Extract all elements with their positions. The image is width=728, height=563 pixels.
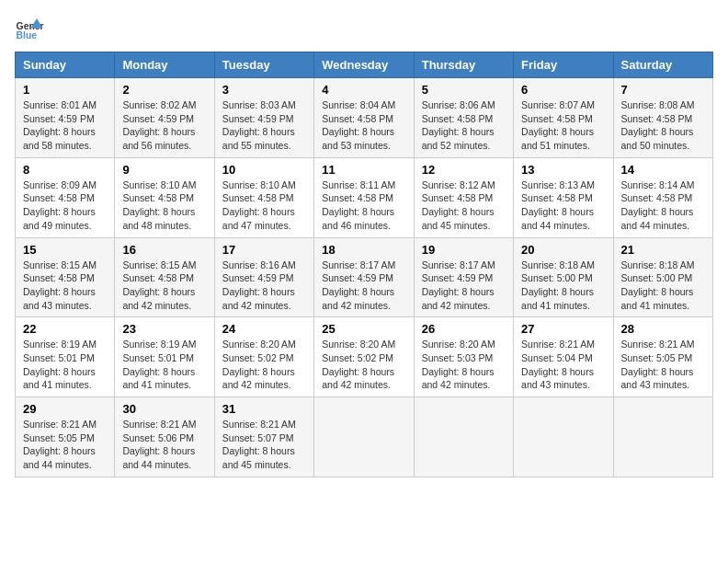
calendar-cell: 10Sunrise: 8:10 AMSunset: 4:58 PMDayligh…: [214, 157, 313, 237]
calendar-cell: 5Sunrise: 8:06 AMSunset: 4:58 PMDaylight…: [414, 78, 513, 158]
day-number: 7: [621, 83, 705, 97]
day-info: Sunrise: 8:20 AMSunset: 5:03 PMDaylight:…: [422, 339, 495, 390]
day-info: Sunrise: 8:06 AMSunset: 4:58 PMDaylight:…: [422, 99, 495, 151]
day-number: 22: [23, 322, 107, 336]
day-info: Sunrise: 8:02 AMSunset: 4:59 PMDaylight:…: [122, 99, 196, 151]
calendar-cell: 21Sunrise: 8:18 AMSunset: 5:00 PMDayligh…: [613, 237, 712, 317]
column-header-wednesday: Wednesday: [314, 52, 414, 78]
day-number: 14: [621, 163, 705, 177]
day-number: 4: [322, 83, 405, 97]
svg-text:Blue: Blue: [17, 30, 38, 40]
calendar-cell: 18Sunrise: 8:17 AMSunset: 4:59 PMDayligh…: [314, 237, 414, 317]
calendar-cell: 19Sunrise: 8:17 AMSunset: 4:59 PMDayligh…: [414, 237, 513, 317]
calendar-cell: 22Sunrise: 8:19 AMSunset: 5:01 PMDayligh…: [16, 317, 115, 397]
calendar-cell: 2Sunrise: 8:02 AMSunset: 4:59 PMDaylight…: [115, 78, 214, 158]
day-info: Sunrise: 8:16 AMSunset: 4:59 PMDaylight:…: [222, 259, 296, 311]
day-number: 30: [122, 402, 206, 416]
day-number: 5: [422, 83, 506, 97]
calendar-cell: 29Sunrise: 8:21 AMSunset: 5:05 PMDayligh…: [16, 397, 115, 477]
calendar-cell: 30Sunrise: 8:21 AMSunset: 5:06 PMDayligh…: [115, 397, 214, 477]
day-info: Sunrise: 8:04 AMSunset: 4:58 PMDaylight:…: [322, 99, 395, 151]
day-info: Sunrise: 8:12 AMSunset: 4:58 PMDaylight:…: [422, 179, 495, 231]
calendar-cell: [514, 397, 613, 477]
column-header-thursday: Thursday: [414, 52, 513, 78]
day-info: Sunrise: 8:15 AMSunset: 4:58 PMDaylight:…: [23, 259, 97, 311]
calendar-cell: 14Sunrise: 8:14 AMSunset: 4:58 PMDayligh…: [613, 157, 712, 237]
calendar-cell: [613, 397, 712, 477]
header: General Blue: [15, 15, 713, 44]
column-header-sunday: Sunday: [16, 52, 115, 78]
day-number: 19: [422, 243, 506, 257]
day-info: Sunrise: 8:20 AMSunset: 5:02 PMDaylight:…: [322, 339, 395, 390]
day-number: 1: [23, 83, 107, 97]
day-info: Sunrise: 8:09 AMSunset: 4:58 PMDaylight:…: [23, 179, 97, 231]
day-number: 29: [23, 402, 107, 416]
day-info: Sunrise: 8:21 AMSunset: 5:06 PMDaylight:…: [122, 419, 196, 470]
day-number: 10: [222, 163, 306, 177]
week-row-1: 1Sunrise: 8:01 AMSunset: 4:59 PMDaylight…: [16, 78, 713, 158]
day-info: Sunrise: 8:18 AMSunset: 5:00 PMDaylight:…: [521, 259, 595, 311]
calendar-cell: 12Sunrise: 8:12 AMSunset: 4:58 PMDayligh…: [414, 157, 513, 237]
column-header-monday: Monday: [115, 52, 214, 78]
day-number: 31: [222, 402, 306, 416]
day-info: Sunrise: 8:14 AMSunset: 4:58 PMDaylight:…: [621, 179, 695, 231]
day-number: 6: [521, 83, 605, 97]
calendar-cell: 13Sunrise: 8:13 AMSunset: 4:58 PMDayligh…: [514, 157, 613, 237]
day-info: Sunrise: 8:01 AMSunset: 4:59 PMDaylight:…: [23, 99, 97, 151]
calendar-cell: 6Sunrise: 8:07 AMSunset: 4:58 PMDaylight…: [514, 78, 613, 158]
day-number: 15: [23, 243, 107, 257]
calendar-cell: 25Sunrise: 8:20 AMSunset: 5:02 PMDayligh…: [314, 317, 414, 397]
day-number: 24: [222, 322, 306, 336]
column-headers-row: SundayMondayTuesdayWednesdayThursdayFrid…: [16, 52, 713, 78]
day-number: 12: [422, 163, 506, 177]
day-info: Sunrise: 8:21 AMSunset: 5:04 PMDaylight:…: [521, 339, 595, 390]
day-number: 21: [621, 243, 705, 257]
day-info: Sunrise: 8:21 AMSunset: 5:07 PMDaylight:…: [222, 419, 296, 470]
day-number: 13: [521, 163, 605, 177]
column-header-friday: Friday: [514, 52, 613, 78]
day-number: 11: [322, 163, 405, 177]
day-number: 18: [322, 243, 405, 257]
day-info: Sunrise: 8:19 AMSunset: 5:01 PMDaylight:…: [122, 339, 196, 390]
calendar-cell: [314, 397, 414, 477]
logo-icon: General Blue: [15, 15, 44, 44]
day-info: Sunrise: 8:11 AMSunset: 4:58 PMDaylight:…: [322, 179, 395, 231]
calendar-cell: 11Sunrise: 8:11 AMSunset: 4:58 PMDayligh…: [314, 157, 414, 237]
calendar-cell: 16Sunrise: 8:15 AMSunset: 4:58 PMDayligh…: [115, 237, 214, 317]
day-number: 20: [521, 243, 605, 257]
calendar-body: 1Sunrise: 8:01 AMSunset: 4:59 PMDaylight…: [16, 78, 713, 477]
calendar-cell: 8Sunrise: 8:09 AMSunset: 4:58 PMDaylight…: [16, 157, 115, 237]
day-info: Sunrise: 8:20 AMSunset: 5:02 PMDaylight:…: [222, 339, 296, 390]
calendar-table: SundayMondayTuesdayWednesdayThursdayFrid…: [15, 52, 713, 477]
day-info: Sunrise: 8:03 AMSunset: 4:59 PMDaylight:…: [222, 99, 296, 151]
calendar-cell: 27Sunrise: 8:21 AMSunset: 5:04 PMDayligh…: [514, 317, 613, 397]
day-info: Sunrise: 8:10 AMSunset: 4:58 PMDaylight:…: [222, 179, 296, 231]
day-info: Sunrise: 8:17 AMSunset: 4:59 PMDaylight:…: [422, 259, 495, 311]
day-number: 27: [521, 322, 605, 336]
day-number: 9: [122, 163, 206, 177]
day-info: Sunrise: 8:07 AMSunset: 4:58 PMDaylight:…: [521, 99, 595, 151]
calendar-cell: 4Sunrise: 8:04 AMSunset: 4:58 PMDaylight…: [314, 78, 414, 158]
column-header-saturday: Saturday: [613, 52, 712, 78]
day-number: 25: [322, 322, 405, 336]
day-number: 28: [621, 322, 705, 336]
week-row-3: 15Sunrise: 8:15 AMSunset: 4:58 PMDayligh…: [16, 237, 713, 317]
logo: General Blue: [15, 15, 44, 44]
week-row-5: 29Sunrise: 8:21 AMSunset: 5:05 PMDayligh…: [16, 397, 713, 477]
day-info: Sunrise: 8:15 AMSunset: 4:58 PMDaylight:…: [122, 259, 196, 311]
calendar-cell: 3Sunrise: 8:03 AMSunset: 4:59 PMDaylight…: [214, 78, 313, 158]
calendar-cell: 9Sunrise: 8:10 AMSunset: 4:58 PMDaylight…: [115, 157, 214, 237]
calendar-cell: 28Sunrise: 8:21 AMSunset: 5:05 PMDayligh…: [613, 317, 712, 397]
day-info: Sunrise: 8:10 AMSunset: 4:58 PMDaylight:…: [122, 179, 196, 231]
day-info: Sunrise: 8:08 AMSunset: 4:58 PMDaylight:…: [621, 99, 695, 151]
calendar-cell: 17Sunrise: 8:16 AMSunset: 4:59 PMDayligh…: [214, 237, 313, 317]
day-number: 16: [122, 243, 206, 257]
calendar-cell: 7Sunrise: 8:08 AMSunset: 4:58 PMDaylight…: [613, 78, 712, 158]
day-number: 17: [222, 243, 306, 257]
week-row-4: 22Sunrise: 8:19 AMSunset: 5:01 PMDayligh…: [16, 317, 713, 397]
calendar-cell: 31Sunrise: 8:21 AMSunset: 5:07 PMDayligh…: [214, 397, 313, 477]
calendar-cell: [414, 397, 513, 477]
calendar-cell: 24Sunrise: 8:20 AMSunset: 5:02 PMDayligh…: [214, 317, 313, 397]
calendar-cell: 23Sunrise: 8:19 AMSunset: 5:01 PMDayligh…: [115, 317, 214, 397]
day-info: Sunrise: 8:21 AMSunset: 5:05 PMDaylight:…: [621, 339, 695, 390]
